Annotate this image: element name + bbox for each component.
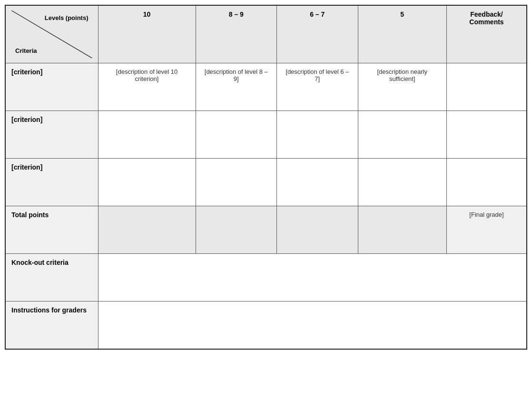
criterion-2-col89 (196, 111, 276, 159)
header-col-feedback: Feedback/ Comments (446, 5, 527, 63)
knockout-label: Knock-out criteria (5, 254, 98, 301)
header-col-5: 5 (358, 5, 446, 63)
header-row: Levels (points) Criteria 10 8 – 9 6 – 7 … (5, 5, 527, 63)
criterion-1-col10: [description of level 10 criterion] (98, 63, 196, 111)
criterion-row-1: [criterion] [description of level 10 cri… (5, 63, 527, 111)
total-col5 (358, 206, 446, 254)
total-col10 (98, 206, 196, 254)
criterion-1-feedback (446, 63, 527, 111)
criterion-label-3: [criterion] (5, 159, 98, 206)
total-label: Total points (5, 206, 98, 254)
criterion-2-col10 (98, 111, 196, 159)
criteria-header-cell: Levels (points) Criteria (5, 5, 98, 63)
criterion-1-col5: [description nearly sufficient] (358, 63, 446, 111)
criterion-label-1: [criterion] (5, 63, 98, 111)
header-col-89: 8 – 9 (196, 5, 276, 63)
criterion-3-col10 (98, 159, 196, 206)
criterion-3-col5 (358, 159, 446, 206)
criterion-label-2: [criterion] (5, 111, 98, 159)
criterion-3-col89 (196, 159, 276, 206)
criterion-3-feedback (446, 159, 527, 206)
total-col67 (277, 206, 358, 254)
criterion-1-col89: [description of level 8 – 9] (196, 63, 276, 111)
criterion-2-col5 (358, 111, 446, 159)
criteria-label: Criteria (15, 47, 37, 54)
instructions-content (98, 301, 527, 349)
levels-label: Levels (points) (45, 14, 89, 21)
criterion-row-2: [criterion] (5, 111, 527, 159)
criterion-3-col67 (277, 159, 358, 206)
criterion-row-3: [criterion] (5, 159, 527, 206)
total-col89 (196, 206, 276, 254)
final-grade-cell: [Final grade] (446, 206, 527, 254)
instructions-label: Instructions for graders (5, 301, 98, 349)
criterion-2-feedback (446, 111, 527, 159)
criterion-1-col67: [description of level 6 – 7] (277, 63, 358, 111)
knockout-content (98, 254, 527, 301)
knockout-row: Knock-out criteria (5, 254, 527, 301)
rubric-table: Levels (points) Criteria 10 8 – 9 6 – 7 … (5, 5, 527, 350)
total-row: Total points [Final grade] (5, 206, 527, 254)
header-col-10: 10 (98, 5, 196, 63)
criterion-2-col67 (277, 111, 358, 159)
instructions-row: Instructions for graders (5, 301, 527, 349)
header-col-67: 6 – 7 (277, 5, 358, 63)
